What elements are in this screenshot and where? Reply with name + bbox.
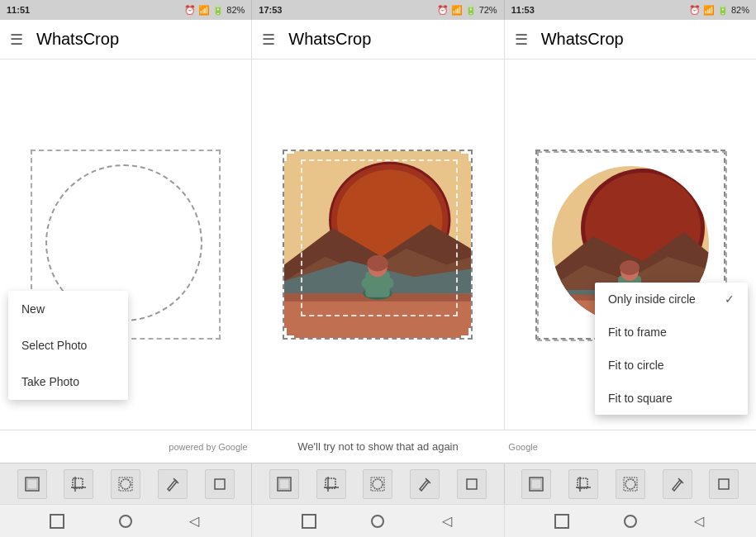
time-3: 11:53 xyxy=(511,5,535,15)
svg-rect-30 xyxy=(73,478,83,488)
tool-crop-3[interactable] xyxy=(568,469,598,499)
svg-rect-36 xyxy=(215,479,225,489)
svg-marker-6 xyxy=(284,297,471,338)
nav-circle-2[interactable] xyxy=(366,510,389,533)
app-bar-2: ☰ WhatsCrop xyxy=(252,20,504,59)
panel-3: Only inside circle ✓ Fit to frame Fit to… xyxy=(505,59,756,430)
tool-circle-3[interactable] xyxy=(616,469,645,499)
nav-square-1[interactable] xyxy=(45,510,69,533)
tool-pen-1[interactable] xyxy=(158,469,188,499)
tool-rect-2[interactable] xyxy=(457,469,487,499)
ad-message: We'll try not to show that ad again xyxy=(297,440,458,453)
status-bar-2: 17:53 ⏰ 📶 🔋 72% xyxy=(252,0,504,20)
svg-point-43 xyxy=(373,479,383,489)
dropdown-fit-to-frame[interactable]: Fit to frame xyxy=(595,316,748,349)
ad-banner: powered by Google We'll try not to show … xyxy=(0,430,756,463)
status-bar-3: 11:53 ⏰ 📶 🔋 82% xyxy=(505,0,756,20)
icons-2: ⏰ 📶 🔋 72% xyxy=(437,5,497,16)
app-title-1: WhatsCrop xyxy=(36,30,119,49)
toolbar-3 xyxy=(505,463,756,504)
tool-crop-2[interactable] xyxy=(316,469,346,499)
svg-rect-29 xyxy=(27,479,37,489)
dropdown-fit-to-circle[interactable]: Fit to circle xyxy=(595,349,748,382)
tool-image-3[interactable] xyxy=(521,469,551,499)
svg-rect-54 xyxy=(719,479,729,489)
tool-circle-2[interactable] xyxy=(363,469,392,499)
app-title-3: WhatsCrop xyxy=(541,30,624,49)
status-bar-1: 11:51 ⏰ 📶 🔋 82% xyxy=(0,0,252,20)
icons-1: ⏰ 📶 🔋 82% xyxy=(184,5,245,16)
svg-point-58 xyxy=(372,516,383,527)
bottom-toolbars xyxy=(0,463,756,504)
tool-image-1[interactable] xyxy=(17,469,47,499)
powered-by-google: powered by Google xyxy=(169,442,247,452)
nav-bars: ◁ ◁ ◁ xyxy=(0,504,756,537)
svg-rect-47 xyxy=(531,479,541,489)
app-title-2: WhatsCrop xyxy=(288,30,371,49)
dropdown-menu: Only inside circle ✓ Fit to frame Fit to… xyxy=(595,283,748,415)
ad-banner-right: Google xyxy=(502,442,756,452)
context-item-new[interactable]: New xyxy=(8,291,128,327)
ad-banner-left: powered by Google xyxy=(0,442,254,452)
landscape-image xyxy=(284,151,471,338)
svg-point-34 xyxy=(121,479,131,489)
svg-rect-39 xyxy=(326,478,335,488)
context-item-take-photo[interactable]: Take Photo xyxy=(8,364,128,400)
svg-point-13 xyxy=(368,255,389,272)
dropdown-fit-to-square[interactable]: Fit to square xyxy=(595,382,748,415)
menu-icon-2[interactable]: ☰ xyxy=(262,31,275,49)
panel-1: New Select Photo Take Photo xyxy=(0,59,252,430)
app-bar-1: ☰ WhatsCrop xyxy=(0,20,252,59)
check-icon: ✓ xyxy=(725,292,735,306)
fit-to-frame-label: Fit to frame xyxy=(608,326,667,339)
nav-bar-3: ◁ xyxy=(505,505,756,537)
nav-bar-1: ◁ xyxy=(0,505,252,537)
tool-image-2[interactable] xyxy=(269,469,299,499)
context-menu: New Select Photo Take Photo xyxy=(8,291,128,400)
menu-icon-1[interactable]: ☰ xyxy=(10,31,23,49)
ad-banner-center: We'll try not to show that ad again xyxy=(254,440,502,453)
svg-rect-55 xyxy=(50,515,64,528)
tool-pen-3[interactable] xyxy=(663,469,692,499)
time-2: 17:53 xyxy=(259,5,282,15)
nav-back-2[interactable]: ◁ xyxy=(435,510,459,533)
svg-rect-38 xyxy=(279,479,289,489)
svg-rect-57 xyxy=(302,515,316,528)
svg-point-52 xyxy=(625,479,635,489)
tool-circle-1[interactable] xyxy=(111,469,140,499)
tool-rect-3[interactable] xyxy=(709,469,739,499)
icons-3: ⏰ 📶 🔋 82% xyxy=(689,5,749,16)
time-1: 11:51 xyxy=(7,5,30,15)
nav-circle-1[interactable] xyxy=(114,510,137,533)
nav-circle-3[interactable] xyxy=(619,510,642,533)
tool-pen-2[interactable] xyxy=(410,469,440,499)
nav-square-2[interactable] xyxy=(297,510,321,533)
nav-back-3[interactable]: ◁ xyxy=(687,510,711,533)
svg-point-56 xyxy=(120,516,131,527)
app-bar-3: ☰ WhatsCrop xyxy=(505,20,756,59)
toolbar-2 xyxy=(252,463,504,504)
tool-rect-1[interactable] xyxy=(205,469,235,499)
svg-rect-48 xyxy=(578,478,587,488)
nav-back-1[interactable]: ◁ xyxy=(183,510,206,533)
menu-icon-3[interactable]: ☰ xyxy=(515,31,528,49)
google-text-right: Google xyxy=(508,442,537,452)
dropdown-only-inside-circle[interactable]: Only inside circle ✓ xyxy=(595,283,748,316)
svg-point-60 xyxy=(625,516,636,527)
fit-to-circle-label: Fit to circle xyxy=(608,359,664,372)
svg-rect-14 xyxy=(362,277,394,289)
tool-crop-1[interactable] xyxy=(64,469,93,499)
nav-bar-2: ◁ xyxy=(252,505,504,537)
toolbar-1 xyxy=(0,463,252,504)
svg-rect-59 xyxy=(555,515,568,528)
image-crop-area[interactable] xyxy=(283,150,473,340)
only-inside-circle-label: Only inside circle xyxy=(608,292,696,306)
context-item-select-photo[interactable]: Select Photo xyxy=(8,327,128,364)
svg-point-26 xyxy=(620,260,640,275)
fit-to-square-label: Fit to square xyxy=(608,392,673,405)
panel-2 xyxy=(252,59,504,430)
nav-square-3[interactable] xyxy=(550,510,573,533)
svg-rect-45 xyxy=(467,479,477,489)
